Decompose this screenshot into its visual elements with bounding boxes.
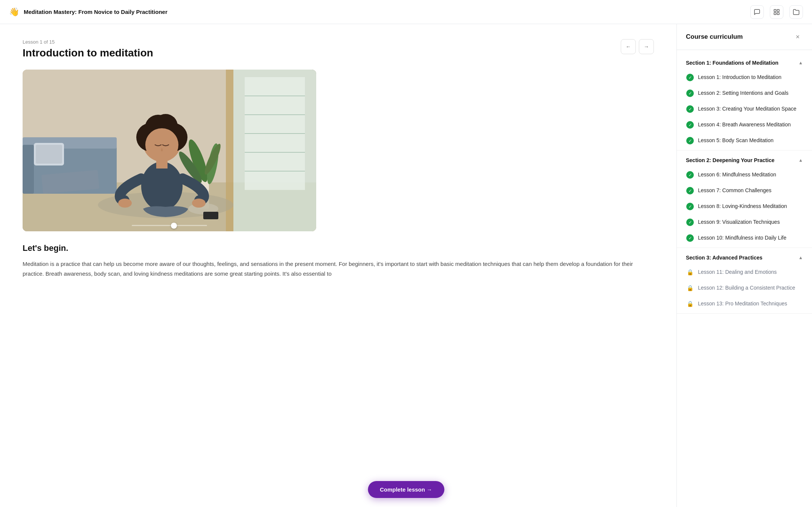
check-icon: ✓ <box>686 187 694 195</box>
checkmark-icon: ✓ <box>686 90 694 97</box>
lesson-label-l6: Lesson 6: Mindfulness Meditation <box>698 171 776 179</box>
check-icon: ✓ <box>686 73 694 82</box>
content-area: Lesson 1 of 15 Introduction to meditatio… <box>0 24 676 507</box>
lesson-label-l12: Lesson 12: Building a Consistent Practic… <box>698 284 795 292</box>
lesson-item-l3[interactable]: ✓Lesson 3: Creating Your Meditation Spac… <box>677 101 812 117</box>
svg-point-34 <box>145 128 178 161</box>
next-lesson-button[interactable]: → <box>639 39 654 54</box>
lesson-label-l8: Lesson 8: Loving-Kindness Meditation <box>698 203 787 210</box>
course-curriculum-sidebar: Course curriculum × Section 1: Foundatio… <box>676 24 812 507</box>
checkmark-icon: ✓ <box>686 105 694 113</box>
check-icon: ✓ <box>686 218 694 226</box>
check-icon: ✓ <box>686 234 694 242</box>
checkmark-icon: ✓ <box>686 203 694 210</box>
sidebar-content: Section 1: Foundations of Meditation▲✓Le… <box>677 50 812 507</box>
lesson-label-l11: Lesson 11: Dealing and Emotions <box>698 269 777 276</box>
svg-rect-2 <box>774 12 776 14</box>
lesson-item-l9[interactable]: ✓Lesson 9: Visualization Techniques <box>677 214 812 230</box>
lesson-nav: ← → <box>621 39 654 54</box>
grid-button[interactable] <box>770 5 783 19</box>
lesson-image-bg <box>23 70 316 231</box>
lesson-label-l7: Lesson 7: Common Challenges <box>698 187 771 194</box>
lock-icon: 🔒 <box>687 285 694 291</box>
lesson-item-l11[interactable]: 🔒Lesson 11: Dealing and Emotions <box>677 264 812 280</box>
check-icon: ✓ <box>686 202 694 211</box>
lesson-label-l10: Lesson 10: Mindfulness into Daily Life <box>698 234 786 242</box>
svg-rect-18 <box>36 145 62 164</box>
lesson-meta: Lesson 1 of 15 <box>23 39 654 45</box>
section-label-section-2: Section 2: Deepening Your Practice <box>686 157 774 163</box>
lesson-label-l1: Lesson 1: Introduction to Meditation <box>698 74 782 81</box>
section-divider <box>677 150 812 150</box>
svg-rect-3 <box>777 12 779 14</box>
checkmark-icon: ✓ <box>686 121 694 129</box>
body-text: Meditation is a practice that can help u… <box>23 259 654 278</box>
lesson-label-l2: Lesson 2: Setting Intentions and Goals <box>698 90 789 97</box>
curriculum-section-section-1: Section 1: Foundations of Meditation▲✓Le… <box>677 56 812 150</box>
sidebar-title: Course curriculum <box>686 33 743 41</box>
sidebar-close-button[interactable]: × <box>792 32 803 42</box>
section-header-section-2[interactable]: Section 2: Deepening Your Practice▲ <box>677 153 812 167</box>
check-icon: ✓ <box>686 89 694 97</box>
lesson-item-l6[interactable]: ✓Lesson 6: Mindfulness Meditation <box>677 167 812 183</box>
prev-lesson-button[interactable]: ← <box>621 39 636 54</box>
lesson-item-l5[interactable]: ✓Lesson 5: Body Scan Meditation <box>677 133 812 149</box>
lesson-item-l1[interactable]: ✓Lesson 1: Introduction to Meditation <box>677 70 812 85</box>
section-header-section-1[interactable]: Section 1: Foundations of Meditation▲ <box>677 56 812 70</box>
check-icon: ✓ <box>686 171 694 179</box>
svg-rect-38 <box>203 212 218 219</box>
complete-btn-wrapper: Complete lesson → <box>368 481 444 498</box>
section-chevron-section-2: ▲ <box>798 158 803 163</box>
lesson-item-l2[interactable]: ✓Lesson 2: Setting Intentions and Goals <box>677 85 812 101</box>
checkmark-icon: ✓ <box>686 137 694 144</box>
svg-rect-16 <box>23 145 34 194</box>
section-divider <box>677 247 812 248</box>
svg-rect-0 <box>774 9 776 11</box>
app-logo: 👋 <box>9 7 19 17</box>
section-label-section-3: Section 3: Advanced Practices <box>686 255 762 261</box>
svg-point-37 <box>192 199 206 208</box>
curriculum-section-section-3: Section 3: Advanced Practices▲🔒Lesson 11… <box>677 251 812 314</box>
slider-thumb <box>171 223 177 229</box>
folder-button[interactable] <box>789 5 803 19</box>
checkmark-icon: ✓ <box>686 219 694 226</box>
lock-icon: 🔒 <box>687 301 694 307</box>
app-header: 👋 Meditation Mastery: From Novice to Dai… <box>0 0 812 24</box>
lesson-label-l9: Lesson 9: Visualization Techniques <box>698 219 780 226</box>
section-label-section-1: Section 1: Foundations of Meditation <box>686 60 778 66</box>
checkmark-icon: ✓ <box>686 74 694 81</box>
lesson-label-l3: Lesson 3: Creating Your Meditation Space <box>698 105 797 113</box>
svg-point-36 <box>118 199 132 208</box>
main-layout: Lesson 1 of 15 Introduction to meditatio… <box>0 24 812 507</box>
section-header-section-3[interactable]: Section 3: Advanced Practices▲ <box>677 251 812 264</box>
lesson-item-l7[interactable]: ✓Lesson 7: Common Challenges <box>677 183 812 199</box>
check-icon: ✓ <box>686 137 694 145</box>
image-slider[interactable] <box>132 225 207 226</box>
check-icon: ✓ <box>686 121 694 129</box>
lesson-label-l4: Lesson 4: Breath Awareness Meditation <box>698 121 791 129</box>
lock-icon: 🔒 <box>687 269 694 276</box>
lesson-item-l8[interactable]: ✓Lesson 8: Loving-Kindness Meditation <box>677 199 812 214</box>
curriculum-section-section-2: Section 2: Deepening Your Practice▲✓Less… <box>677 153 812 248</box>
lock-icon: 🔒 <box>686 300 694 308</box>
lesson-item-l10[interactable]: ✓Lesson 10: Mindfulness into Daily Life <box>677 230 812 246</box>
content-heading: Let's begin. <box>23 243 654 253</box>
lesson-label-l5: Lesson 5: Body Scan Meditation <box>698 137 774 144</box>
checkmark-icon: ✓ <box>686 234 694 242</box>
complete-lesson-button[interactable]: Complete lesson → <box>368 481 444 498</box>
check-icon: ✓ <box>686 105 694 113</box>
sidebar-header: Course curriculum × <box>677 24 812 50</box>
section-chevron-section-3: ▲ <box>798 255 803 260</box>
lesson-label-l13: Lesson 13: Pro Meditation Techniques <box>698 300 787 308</box>
svg-point-27 <box>141 162 183 211</box>
lesson-image <box>23 70 316 231</box>
lock-icon: 🔒 <box>686 268 694 276</box>
slider-track <box>132 225 207 226</box>
checkmark-icon: ✓ <box>686 171 694 179</box>
lesson-item-l4[interactable]: ✓Lesson 4: Breath Awareness Meditation <box>677 117 812 133</box>
lesson-item-l13[interactable]: 🔒Lesson 13: Pro Meditation Techniques <box>677 296 812 312</box>
svg-rect-1 <box>777 9 779 11</box>
chat-button[interactable] <box>750 5 764 19</box>
lock-icon: 🔒 <box>686 284 694 292</box>
lesson-item-l12[interactable]: 🔒Lesson 12: Building a Consistent Practi… <box>677 280 812 296</box>
